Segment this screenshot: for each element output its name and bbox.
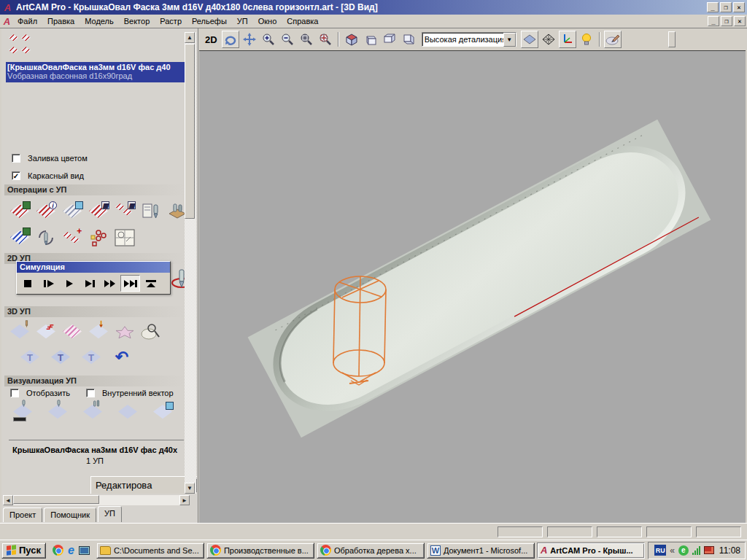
ie-icon[interactable]: e [68,545,74,556]
tab-toolpaths[interactable]: УП [98,506,122,522]
view-along-y-icon[interactable] [381,31,398,48]
panel-vertical-scrollbar[interactable]: ▲ ▼ [185,32,196,494]
play-button[interactable] [59,275,79,292]
centerline-engraving-icon[interactable]: T [50,347,71,368]
pan-view-icon[interactable] [241,31,258,48]
view-along-x-icon[interactable] [362,31,379,48]
toolpath-template-icon[interactable] [140,201,162,222]
merge-toolpaths-icon[interactable]: + [61,228,83,248]
load-toolpath-icon[interactable] [9,228,31,248]
outline-engraving-icon[interactable]: T [80,347,102,368]
fast-forward-button[interactable] [100,275,120,292]
view-along-z-icon[interactable] [400,31,417,48]
toolbar-grip[interactable] [668,31,676,47]
start-button[interactable]: Пуск [1,542,46,559]
taskbar-button-chrome-2[interactable]: Обработка дерева х... [317,542,425,559]
isometric-view-icon[interactable] [343,31,360,48]
child-minimize-button[interactable]: _ [708,16,719,26]
draw-relief-icon[interactable] [604,31,622,48]
view-2d-button[interactable]: 2D [205,34,217,45]
delete-toolpath-icon[interactable] [61,201,83,222]
transform-toolpath-icon[interactable] [35,228,57,248]
menu-model[interactable]: Модель [80,15,118,27]
scroll-down-icon[interactable]: ▼ [185,483,195,494]
detail-dropdown-icon[interactable]: ▼ [503,33,516,47]
zoom-window-icon[interactable] [298,31,315,48]
scroll-up-icon[interactable]: ▲ [185,32,195,43]
toolpath-tool-item[interactable]: Vобразная фасонная d16x90град [7,71,184,80]
simulate-tool-icon[interactable] [47,402,69,422]
toolpath-summary-icon[interactable]: i [35,201,57,222]
menu-window[interactable]: Окно [253,15,282,27]
fast-to-end-button[interactable] [120,275,140,292]
edit-toolpath-combobox[interactable]: Редактирова ▼ [90,476,197,494]
raster-machining-icon[interactable] [61,322,83,342]
light-icon[interactable] [578,31,595,48]
taskbar-button-artcam[interactable]: A ArtCAM Pro - Крыш... [537,542,645,559]
vscrollbar-thumb[interactable] [185,44,195,219]
menu-toolpaths[interactable]: УП [232,15,253,27]
toolpath-list-selection[interactable]: [КрышкаОвалФаска на3мм d16V фас д40 Vобр… [6,62,185,82]
monitor-icon[interactable] [704,546,714,554]
detail-level-select[interactable]: Высокая детализация ▼ [422,32,516,47]
delete-simulation-icon[interactable] [152,402,174,422]
close-button[interactable]: ✕ [733,2,745,12]
machine-region-icon[interactable] [114,322,136,342]
simulate-toolpath-icon[interactable] [12,402,34,422]
inspect-toolpath-icon[interactable] [140,322,162,342]
wireframe-checkbox[interactable]: ✓ [12,171,20,180]
scroll-left-icon[interactable]: ◄ [3,495,13,505]
panel-horizontal-scrollbar[interactable]: ◄ ► [3,495,190,505]
chrome-icon[interactable] [53,545,63,556]
show-simulation-checkbox[interactable] [10,389,19,397]
minimize-button[interactable]: _ [707,2,719,12]
feature-machining-icon[interactable] [88,322,109,342]
save-toolpath-icon[interactable] [9,201,31,222]
child-close-button[interactable]: ✕ [734,16,746,26]
menu-help[interactable]: Справка [282,15,323,27]
restore-button[interactable]: ❐ [720,2,732,12]
language-indicator[interactable]: RU [654,545,666,556]
recalculate-toolpath-icon[interactable]: ▦ [88,201,109,222]
show-desktop-icon[interactable] [79,546,90,555]
taskbar-button-word[interactable]: W Документ1 - Microsof... [427,542,535,559]
nest-toolpaths-icon[interactable] [88,228,109,248]
menu-raster[interactable]: Растр [155,15,187,27]
simulate-all-tools-icon[interactable] [82,402,104,422]
tab-project[interactable]: Проект [3,508,42,522]
menu-edit[interactable]: Правка [42,15,80,27]
toolpath-list-item[interactable]: [КрышкаОвалФаска на3мм d16V фас д40 [7,63,184,71]
rotate-view-icon[interactable] [222,31,239,48]
simulation-panel-title[interactable]: Симуляция [17,262,170,273]
play-to-end-button[interactable] [80,275,99,292]
scroll-right-icon[interactable]: ► [179,495,190,505]
wireframe-view-icon[interactable] [540,31,557,48]
inner-vector-checkbox[interactable] [86,389,95,397]
taskbar-button-chrome-1[interactable]: Производственные в... [206,542,314,559]
child-restore-button[interactable]: ❐ [721,16,732,26]
zoom-out-icon[interactable] [279,31,296,48]
machine-relief-icon[interactable] [9,322,31,342]
taskbar-button-explorer[interactable]: C:\Documents and Se... [96,542,204,559]
step-button[interactable] [39,275,58,292]
3d-viewport[interactable] [199,51,746,523]
origin-axes-icon[interactable] [559,31,576,48]
scrollbar-thumb[interactable] [13,495,99,504]
zoom-in-icon[interactable] [260,31,277,48]
smart-engraving-icon[interactable]: T [19,347,41,368]
menu-reliefs[interactable]: Рельефы [187,15,232,27]
undo-icon[interactable]: ↶ [111,347,133,368]
zlevel-roughing-icon[interactable] [35,322,57,342]
toolpath-drawing-icon[interactable] [114,228,136,248]
tab-assistant[interactable]: Помощник [44,508,96,522]
zoom-fit-icon[interactable] [317,31,334,48]
block-icon[interactable] [117,402,139,422]
eset-icon[interactable]: e [678,545,689,556]
stop-button[interactable] [18,275,38,292]
menu-vector[interactable]: Вектор [119,15,155,27]
signal-bars-icon[interactable] [692,546,700,555]
shaded-view-icon[interactable] [521,31,538,48]
fill-color-checkbox[interactable] [12,154,20,163]
tray-collapse-icon[interactable]: « [670,545,675,556]
menu-file[interactable]: Файл [12,15,42,27]
